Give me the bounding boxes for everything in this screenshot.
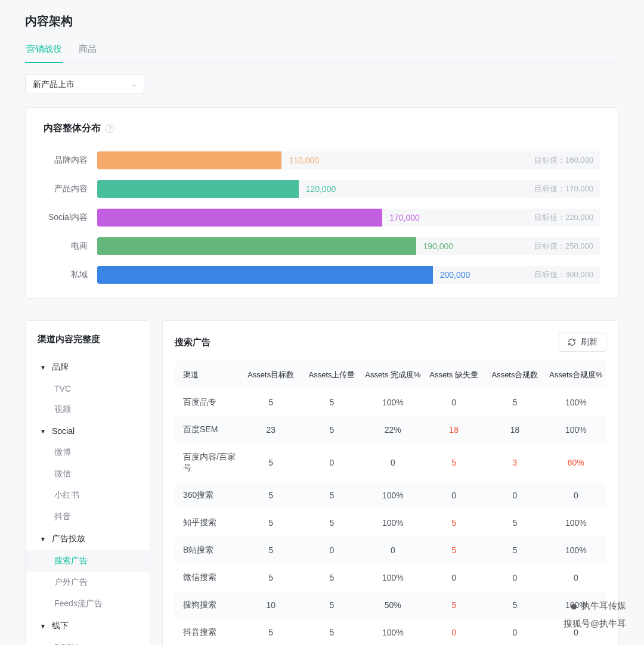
bar-label: 私域 (44, 269, 97, 280)
table-cell: 0 (484, 564, 545, 591)
table-cell: 5 (240, 444, 301, 482)
table-cell: 5 (301, 389, 362, 416)
table-cell: 知乎搜索 (175, 509, 240, 537)
table-cell: 100% (546, 591, 606, 619)
bar-value: 190,000 (423, 241, 454, 251)
table-cell: 5 (423, 444, 484, 482)
bar-label: 品牌内容 (44, 155, 97, 166)
table-cell: 100% (363, 564, 423, 591)
bar-target: 目标值：300,000 (534, 269, 593, 280)
table-header: 渠道 (175, 361, 240, 389)
caret-down-icon: ▼ (40, 623, 46, 630)
table-cell: 0 (363, 537, 423, 564)
tree-item-TVC[interactable]: TVC (26, 379, 150, 399)
table-cell: 10 (240, 591, 301, 619)
bar-row: 私域200,000目标值：300,000 (44, 266, 600, 284)
caret-down-icon: ▼ (40, 428, 46, 435)
bar-label: Social内容 (44, 212, 97, 223)
table-cell: 5 (484, 389, 545, 416)
table-cell: 18 (484, 416, 545, 444)
distribution-chart: 品牌内容110,000目标值：160,000产品内容120,000目标值：170… (44, 151, 600, 284)
bar-fill (97, 237, 416, 255)
bar-row: 产品内容120,000目标值：170,000 (44, 180, 600, 198)
tree-item-微信[interactable]: 微信 (26, 463, 150, 485)
tree-group-品牌[interactable]: ▼品牌 (26, 356, 150, 379)
bar-target: 目标值：220,000 (534, 212, 593, 223)
info-icon[interactable]: ? (106, 124, 114, 133)
tree-item-Feeds流广告[interactable]: Feeds流广告 (26, 593, 150, 615)
table-row: B站搜索50055100% (175, 537, 606, 564)
table-cell: 5 (301, 591, 362, 619)
table-cell: 5 (423, 509, 484, 537)
table-cell: 5 (301, 619, 362, 645)
bar-label: 产品内容 (44, 184, 97, 194)
bar-row: 电商190,000目标值：250,000 (44, 237, 600, 255)
table-cell: 0 (423, 482, 484, 509)
refresh-button[interactable]: 刷新 (559, 333, 606, 352)
table-cell: 5 (240, 509, 301, 537)
tree-item-户外广告[interactable]: 户外广告 (26, 572, 150, 593)
table-cell: 100% (546, 537, 606, 564)
table-cell: 0 (423, 619, 484, 645)
tree-group-线下[interactable]: ▼线下 (26, 615, 150, 637)
tab-营销战役[interactable]: 营销战役 (25, 39, 63, 63)
table-cell: 5 (301, 416, 362, 444)
table-cell: 百度SEM (175, 416, 240, 444)
table-cell: 3 (484, 444, 545, 482)
bar-track: 170,000目标值：220,000 (97, 209, 600, 227)
bar-track: 110,000目标值：160,000 (97, 151, 600, 169)
table-cell: 100% (363, 619, 423, 645)
bar-track: 190,000目标值：250,000 (97, 237, 600, 255)
table-cell: 5 (240, 389, 301, 416)
campaign-select-wrap: 新产品上市 ⌄ (25, 74, 144, 94)
table-cell: 5 (240, 537, 301, 564)
bar-fill (97, 209, 382, 227)
table-cell: 0 (363, 444, 423, 482)
table-header: Assets合规度% (546, 361, 606, 389)
table-cell: 100% (363, 389, 423, 416)
table-cell: 5 (484, 509, 545, 537)
table-cell: 100% (546, 416, 606, 444)
tab-商品[interactable]: 商品 (78, 39, 98, 63)
table-header: Assets目标数 (240, 361, 301, 389)
table-row: 搜狗搜索10550%55100% (175, 591, 606, 619)
table-cell: 18 (423, 416, 484, 444)
table-row: 360搜索55100%000 (175, 482, 606, 509)
table-cell: 搜狗搜索 (175, 591, 240, 619)
tree-item-抖音[interactable]: 抖音 (26, 506, 150, 528)
table-cell: 0 (546, 619, 606, 645)
assets-table: 渠道Assets目标数Assets上传量Assets 完成度%Assets 缺失… (175, 361, 606, 645)
tree-item-POSM[interactable]: POSM (26, 637, 150, 645)
tree-group-Social[interactable]: ▼Social (26, 420, 150, 442)
table-cell: 360搜索 (175, 482, 240, 509)
bar-row: Social内容170,000目标值：220,000 (44, 209, 600, 227)
tree-group-广告投放[interactable]: ▼广告投放 (26, 528, 150, 550)
table-cell: 5 (484, 537, 545, 564)
tree-item-小红书[interactable]: 小红书 (26, 485, 150, 506)
bar-value: 110,000 (289, 156, 319, 165)
bar-fill (97, 266, 433, 284)
table-row: 百度品专55100%05100% (175, 389, 606, 416)
table-row: 百度内容/百家号5005360% (175, 444, 606, 482)
distribution-title: 内容整体分布 ? (44, 122, 600, 135)
distribution-panel: 内容整体分布 ? 品牌内容110,000目标值：160,000产品内容120,0… (25, 107, 619, 299)
tree-item-微博[interactable]: 微博 (26, 442, 150, 463)
channel-tree-panel: 渠道内容完整度 ▼品牌TVC视频▼Social微博微信小红书抖音▼广告投放搜索广… (25, 320, 150, 645)
table-title: 搜索广告 (175, 337, 210, 348)
table-cell: 0 (301, 537, 362, 564)
tree-item-视频[interactable]: 视频 (26, 399, 150, 420)
tree-group-label: 广告投放 (52, 534, 85, 544)
table-cell: 5 (240, 619, 301, 645)
refresh-icon (568, 338, 576, 346)
table-cell: 5 (423, 537, 484, 564)
bar-target: 目标值：170,000 (534, 184, 593, 194)
channel-table-panel: 搜索广告 刷新 渠道Assets目标数Assets上传量Assets 完成度%A… (162, 320, 619, 645)
table-cell: 0 (546, 564, 606, 591)
tree-group-label: Social (52, 426, 75, 436)
table-cell: B站搜索 (175, 537, 240, 564)
bar-value: 170,000 (389, 213, 420, 222)
campaign-select[interactable]: 新产品上市 (25, 74, 144, 94)
table-cell: 抖音搜索 (175, 619, 240, 645)
tree-item-搜索广告[interactable]: 搜索广告 (26, 550, 150, 572)
table-cell: 5 (301, 564, 362, 591)
